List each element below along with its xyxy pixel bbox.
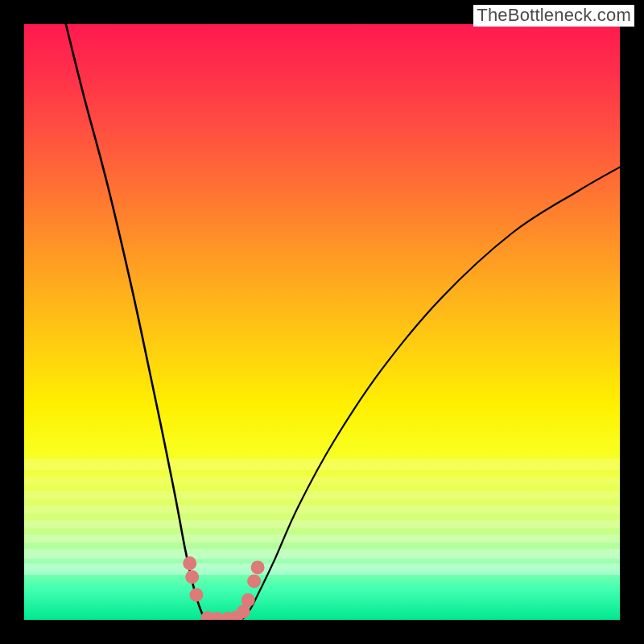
marker-dots [183, 556, 264, 620]
marker-dot [189, 588, 203, 601]
watermark-text: TheBottleneck.com [473, 5, 634, 27]
marker-dot [242, 593, 255, 607]
marker-dot [185, 570, 199, 584]
curve-right-branch [242, 167, 620, 620]
curve-left-branch [66, 24, 242, 620]
plot-area [24, 24, 620, 620]
chart-frame: TheBottleneck.com [0, 0, 644, 644]
bottleneck-curve [24, 24, 620, 620]
marker-dot [247, 574, 261, 588]
marker-dot [251, 560, 265, 574]
marker-dot [183, 556, 196, 570]
